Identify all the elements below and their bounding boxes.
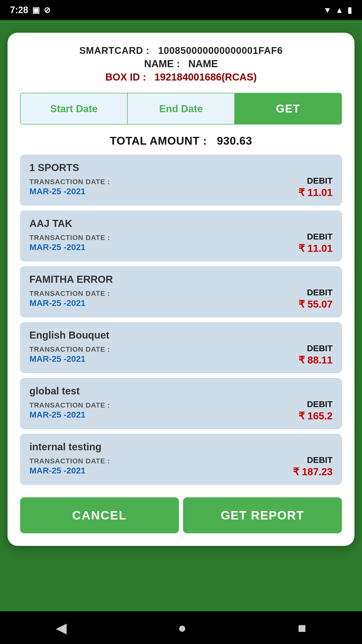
bottom-buttons: CANCEL GET REPORT [20,497,342,533]
transaction-details: TRANSACTION DATE : MAR-25 -2021 DEBIT ₹ … [29,232,333,254]
modal-wrapper: SMARTCARD : 100850000000000001FAF6 NAME … [0,20,362,611]
status-bar: 7:28 ▣ ⊘ ▼ ▲ ▮ [0,0,362,20]
transaction-details: TRANSACTION DATE : MAR-25 -2021 DEBIT ₹ … [29,455,333,477]
transaction-list: 1 SPORTS TRANSACTION DATE : MAR-25 -2021… [20,155,342,485]
transaction-type: DEBIT [307,399,333,409]
transaction-amount: ₹ 11.01 [298,243,333,254]
transaction-amount-section: DEBIT ₹ 165.2 [298,399,333,422]
wifi-icon: ▼ [324,6,332,15]
transaction-amount-section: DEBIT ₹ 187.23 [293,455,333,477]
transaction-date-section: TRANSACTION DATE : MAR-25 -2021 [29,401,110,420]
transaction-amount-section: DEBIT ₹ 11.01 [298,176,333,198]
name-value: NAME [188,58,218,69]
recent-apps-button[interactable]: ■ [298,620,306,636]
home-button[interactable]: ● [178,620,187,636]
transaction-date-section: TRANSACTION DATE : MAR-25 -2021 [29,345,110,364]
transaction-date-value: MAR-25 -2021 [29,354,110,364]
transaction-amount: ₹ 88.11 [298,354,333,366]
status-left: 7:28 ▣ ⊘ [10,5,51,15]
sim-icon: ▣ [32,5,40,15]
transaction-type: DEBIT [307,288,333,297]
battery-icon: ▮ [347,5,352,15]
transaction-details: TRANSACTION DATE : MAR-25 -2021 DEBIT ₹ … [29,176,333,198]
transaction-name: global test [29,385,333,397]
transaction-card: global test TRANSACTION DATE : MAR-25 -2… [20,378,342,429]
notification-icon: ⊘ [44,5,51,15]
transaction-amount: ₹ 165.2 [298,410,333,422]
transaction-details: TRANSACTION DATE : MAR-25 -2021 DEBIT ₹ … [29,288,333,310]
total-amount-display: TOTAL AMOUNT : 930.63 [20,135,342,147]
modal-header: SMARTCARD : 100850000000000001FAF6 NAME … [20,45,342,83]
start-date-button[interactable]: Start Date [21,93,128,124]
transaction-card: internal testing TRANSACTION DATE : MAR-… [20,434,342,485]
main-modal: SMARTCARD : 100850000000000001FAF6 NAME … [8,33,354,546]
transaction-date-section: TRANSACTION DATE : MAR-25 -2021 [29,290,110,308]
transaction-details: TRANSACTION DATE : MAR-25 -2021 DEBIT ₹ … [29,343,333,366]
transaction-date-section: TRANSACTION DATE : MAR-25 -2021 [29,178,110,196]
transaction-date-label: TRANSACTION DATE : [29,234,110,242]
smartcard-label: SMARTCARD : [79,45,149,56]
time-display: 7:28 [10,5,28,15]
transaction-date-section: TRANSACTION DATE : MAR-25 -2021 [29,457,110,475]
transaction-date-value: MAR-25 -2021 [29,186,110,196]
transaction-amount: ₹ 187.23 [293,466,333,477]
transaction-date-section: TRANSACTION DATE : MAR-25 -2021 [29,234,110,252]
transaction-card: 1 SPORTS TRANSACTION DATE : MAR-25 -2021… [20,155,342,206]
transaction-type: DEBIT [307,232,333,242]
transaction-card: AAJ TAK TRANSACTION DATE : MAR-25 -2021 … [20,211,342,261]
transaction-type: DEBIT [307,176,333,186]
back-button[interactable]: ◀ [56,620,67,636]
transaction-card: FAMITHA ERROR TRANSACTION DATE : MAR-25 … [20,266,342,317]
transaction-date-label: TRANSACTION DATE : [29,457,110,465]
transaction-amount-section: DEBIT ₹ 55.07 [298,288,333,310]
transaction-type: DEBIT [307,455,333,465]
total-amount-value: 930.63 [217,135,252,147]
transaction-amount: ₹ 55.07 [298,298,333,310]
total-amount-label: TOTAL AMOUNT : [110,135,207,147]
transaction-date-label: TRANSACTION DATE : [29,290,110,298]
transaction-name: 1 SPORTS [29,162,333,173]
transaction-amount-section: DEBIT ₹ 11.01 [298,232,333,254]
cancel-button[interactable]: CANCEL [20,497,179,533]
smartcard-line: SMARTCARD : 100850000000000001FAF6 [20,45,342,56]
transaction-details: TRANSACTION DATE : MAR-25 -2021 DEBIT ₹ … [29,399,333,422]
transaction-name: AAJ TAK [29,218,333,229]
transaction-amount: ₹ 11.01 [298,187,333,198]
transaction-date-label: TRANSACTION DATE : [29,401,110,409]
transaction-name: English Bouquet [29,330,333,341]
boxid-line: BOX ID : 192184001686(RCAS) [20,71,342,83]
transaction-amount-section: DEBIT ₹ 88.11 [298,343,333,366]
transaction-date-value: MAR-25 -2021 [29,242,110,252]
transaction-name: internal testing [29,441,333,453]
boxid-value: 192184001686(RCAS) [154,71,257,83]
get-report-button[interactable]: GET REPORT [183,497,342,533]
get-button[interactable]: GET [235,93,341,124]
smartcard-value: 100850000000000001FAF6 [158,45,283,56]
end-date-button[interactable]: End Date [128,93,235,124]
navigation-bar: ◀ ● ■ [0,611,362,644]
name-line: NAME : NAME [20,58,342,69]
transaction-date-value: MAR-25 -2021 [29,466,110,475]
transaction-date-label: TRANSACTION DATE : [29,345,110,353]
name-label: NAME : [144,58,180,69]
transaction-date-value: MAR-25 -2021 [29,298,110,308]
transaction-type: DEBIT [307,343,333,353]
signal-icon: ▲ [335,6,343,15]
transaction-date-label: TRANSACTION DATE : [29,178,110,186]
date-controls-row: Start Date End Date GET [20,93,342,125]
transaction-card: English Bouquet TRANSACTION DATE : MAR-2… [20,322,342,373]
transaction-date-value: MAR-25 -2021 [29,410,110,420]
boxid-label: BOX ID : [105,71,146,83]
status-right: ▼ ▲ ▮ [324,5,352,15]
transaction-name: FAMITHA ERROR [29,274,333,285]
